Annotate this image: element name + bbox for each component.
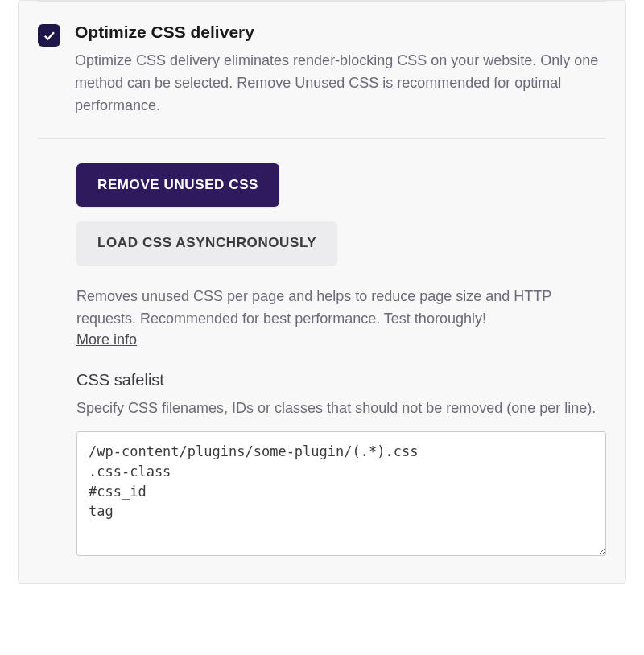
css-safelist-title: CSS safelist <box>76 371 606 389</box>
option-title: Optimize CSS delivery <box>75 23 606 42</box>
remove-unused-css-button[interactable]: Remove Unused CSS <box>76 163 279 207</box>
sub-content: Remove Unused CSS Load CSS Asynchronousl… <box>19 139 625 584</box>
method-description: Removes unused CSS per page and helps to… <box>76 286 606 331</box>
option-content: Optimize CSS delivery Optimize CSS deliv… <box>75 23 606 117</box>
optimize-css-option: Optimize CSS delivery Optimize CSS deliv… <box>19 2 625 138</box>
css-safelist-textarea[interactable] <box>76 431 606 556</box>
optimize-css-checkbox[interactable] <box>38 24 60 47</box>
css-safelist-description: Specify CSS filenames, IDs or classes th… <box>76 398 606 420</box>
option-description: Optimize CSS delivery eliminates render-… <box>75 50 606 117</box>
css-delivery-panel: Optimize CSS delivery Optimize CSS deliv… <box>18 0 626 584</box>
method-buttons: Remove Unused CSS Load CSS Asynchronousl… <box>76 163 606 279</box>
load-css-async-button[interactable]: Load CSS Asynchronously <box>76 221 337 265</box>
more-info-link[interactable]: More info <box>76 332 137 348</box>
check-icon <box>42 28 56 43</box>
